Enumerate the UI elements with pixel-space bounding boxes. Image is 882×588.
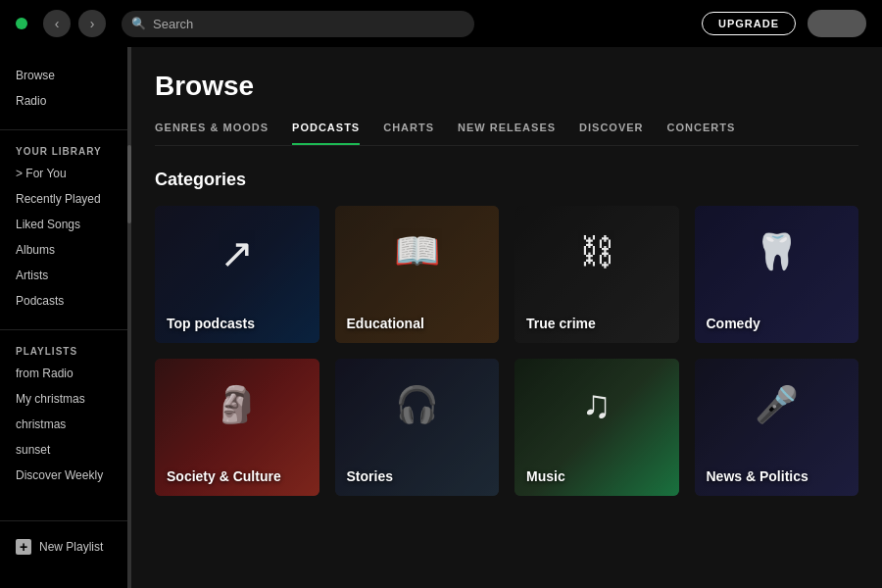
sidebar-scroll-track[interactable] [127, 47, 131, 588]
sidebar-item-my-christmas[interactable]: My christmas [0, 386, 127, 412]
top-bar-right: UPGRADE [702, 10, 866, 37]
top-bar: ‹ › 🔍 UPGRADE [0, 0, 882, 47]
tab-charts[interactable]: CHARTS [383, 122, 434, 145]
tab-podcasts[interactable]: PODCASTS [292, 122, 360, 145]
search-input[interactable] [122, 11, 474, 37]
search-icon: 🔍 [131, 17, 146, 30]
tab-discover[interactable]: DISCOVER [579, 122, 643, 145]
new-playlist-button[interactable]: + New Playlist [0, 529, 127, 564]
tab-concerts[interactable]: CONCERTS [667, 122, 736, 145]
category-card-true-crime[interactable]: ⛓ True crime [514, 206, 679, 343]
sidebar-library-label: YOUR LIBRARY [0, 138, 127, 161]
green-dot [16, 18, 27, 29]
category-card-news[interactable]: 🎤 News & Politics [695, 359, 859, 496]
sidebar-item-for-you[interactable]: > For You [0, 161, 127, 186]
educational-icon: 📖 [394, 230, 440, 273]
sidebar-item-albums[interactable]: Albums [0, 237, 127, 263]
sidebar-scroll-thumb [127, 145, 131, 223]
category-label-educational: Educational [347, 316, 424, 331]
stories-icon: 🎧 [395, 384, 439, 425]
sidebar-bottom: + New Playlist [0, 520, 127, 572]
sidebar-item-christmas[interactable]: christmas [0, 412, 127, 437]
category-card-music[interactable]: ♫ Music [514, 359, 679, 496]
category-card-stories[interactable]: 🎧 Stories [335, 359, 500, 496]
sidebar-item-recently-played[interactable]: Recently Played [0, 186, 127, 212]
tab-new-releases[interactable]: NEW RELEASES [458, 122, 556, 145]
sidebar-item-podcasts[interactable]: Podcasts [0, 288, 127, 314]
sidebar-item-sunset[interactable]: sunset [0, 437, 127, 463]
sidebar-divider-2 [0, 329, 127, 330]
music-icon: ♫ [582, 382, 612, 426]
category-label-society: Society & Culture [167, 468, 281, 484]
main-content: Browse GENRES & MOODS PODCASTS CHARTS NE… [131, 47, 882, 588]
categories-heading: Categories [155, 170, 858, 190]
top-podcasts-icon: ↗ [220, 229, 254, 277]
category-label-music: Music [526, 468, 565, 484]
category-label-true-crime: True crime [526, 316, 596, 331]
comedy-icon: 🦷 [755, 231, 799, 272]
categories-grid: ↗ Top podcasts 📖 Educational ⛓ True crim… [155, 206, 858, 496]
main-layout: Browse Radio YOUR LIBRARY > For You Rece… [0, 47, 882, 588]
tabs-bar: GENRES & MOODS PODCASTS CHARTS NEW RELEA… [155, 122, 858, 146]
sidebar-top-section: Browse Radio [0, 63, 127, 114]
plus-icon: + [16, 539, 31, 555]
category-label-top-podcasts: Top podcasts [167, 316, 255, 331]
user-avatar[interactable] [808, 10, 866, 37]
category-label-comedy: Comedy [707, 316, 760, 331]
sidebar-divider-1 [0, 129, 127, 130]
forward-button[interactable]: › [78, 10, 106, 37]
search-bar: 🔍 [122, 11, 474, 37]
page-title: Browse [155, 71, 858, 102]
new-playlist-label: New Playlist [39, 540, 103, 554]
sidebar: Browse Radio YOUR LIBRARY > For You Rece… [0, 47, 127, 588]
category-card-society[interactable]: 🗿 Society & Culture [155, 359, 319, 496]
category-label-stories: Stories [347, 468, 393, 484]
sidebar-item-discover-weekly[interactable]: Discover Weekly [0, 463, 127, 488]
category-card-educational[interactable]: 📖 Educational [335, 206, 500, 343]
sidebar-library-section: YOUR LIBRARY > For You Recently Played L… [0, 138, 127, 314]
sidebar-item-radio[interactable]: Radio [0, 88, 127, 114]
category-card-top-podcasts[interactable]: ↗ Top podcasts [155, 206, 319, 343]
back-button[interactable]: ‹ [43, 10, 71, 37]
nav-arrows: ‹ › [43, 10, 106, 37]
upgrade-button[interactable]: UPGRADE [702, 12, 796, 35]
tab-genres-moods[interactable]: GENRES & MOODS [155, 122, 269, 145]
sidebar-playlists-section: PLAYLISTS from Radio My christmas christ… [0, 338, 127, 488]
category-card-comedy[interactable]: 🦷 Comedy [695, 206, 859, 343]
sidebar-playlists-label: PLAYLISTS [0, 338, 127, 361]
category-label-news: News & Politics [707, 468, 808, 484]
sidebar-item-browse[interactable]: Browse [0, 63, 127, 88]
sidebar-item-from-radio[interactable]: from Radio [0, 361, 127, 386]
sidebar-item-liked-songs[interactable]: Liked Songs [0, 212, 127, 237]
news-icon: 🎤 [755, 384, 799, 425]
society-icon: 🗿 [215, 384, 259, 425]
true-crime-icon: ⛓ [579, 231, 614, 272]
sidebar-item-artists[interactable]: Artists [0, 263, 127, 288]
